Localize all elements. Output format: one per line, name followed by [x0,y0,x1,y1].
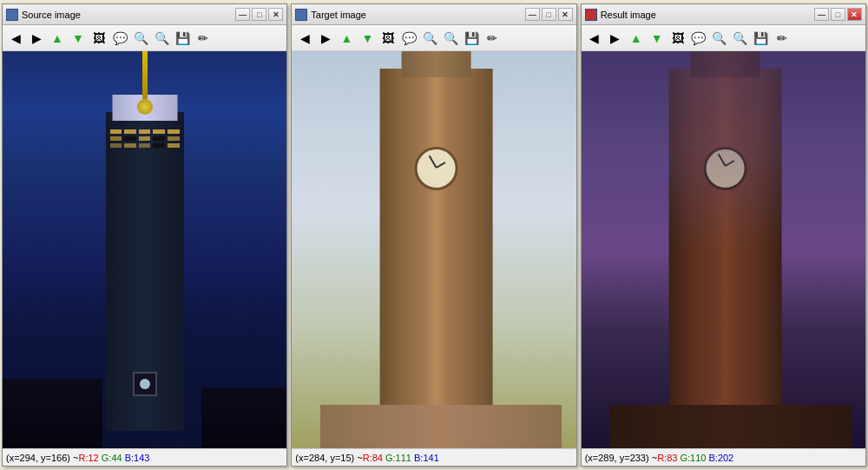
source-b-value: B:143 [125,453,150,463]
target-zoom-out-button[interactable]: 🔍 [441,29,460,48]
target-clock-hand2 [436,162,445,169]
source-win [110,143,122,148]
source-window-icon [6,9,18,21]
target-g-value: G:111 [385,453,411,463]
source-comment-button[interactable]: 💬 [110,29,129,48]
target-minimize-button[interactable]: — [525,8,540,21]
target-status-bar: (x=284, y=15) ~ R:84 G:111 B:141 [292,448,575,466]
result-zoom-in-button[interactable]: 🔍 [710,29,729,48]
source-image-area [3,51,286,448]
target-title-bar: Target image — □ ✕ [292,4,575,25]
source-win [153,136,165,141]
source-window: Source image — □ ✕ ◀ ▶ ▲ ▼ 🖼 💬 🔍 🔍 💾 ✏ [2,3,287,467]
target-close-button[interactable]: ✕ [558,8,573,21]
source-win [139,129,151,134]
result-close-button[interactable]: ✕ [847,8,862,21]
target-down-button[interactable]: ▼ [358,29,377,48]
source-image [3,51,286,448]
result-window-icon [585,9,597,21]
source-close-button[interactable]: ✕ [268,8,283,21]
result-r-value: R:83 [657,453,677,463]
target-back-button[interactable]: ◀ [295,29,314,48]
source-forward-button[interactable]: ▶ [27,29,46,48]
source-title-text: Source image [22,10,235,20]
source-zoom-in-button[interactable]: 🔍 [131,29,150,48]
result-back-button[interactable]: ◀ [585,29,604,48]
result-zoom-out-button[interactable]: 🔍 [731,29,750,48]
source-title-buttons: — □ ✕ [235,8,283,21]
source-clock-face [140,379,150,389]
result-comment-button[interactable]: 💬 [689,29,708,48]
source-win [110,129,122,134]
result-save-button[interactable]: 💾 [752,29,771,48]
result-image [582,51,865,448]
target-clock-face [415,147,458,190]
source-win [124,143,136,148]
target-maximize-button[interactable]: □ [542,8,556,21]
source-building [106,112,184,431]
source-up-button[interactable]: ▲ [48,29,67,48]
result-title-bar: Result image — □ ✕ [582,4,865,25]
source-coord: (x=294, y=166) ~ [6,453,78,463]
target-up-button[interactable]: ▲ [337,29,356,48]
result-clock-face [704,147,747,190]
target-title-buttons: — □ ✕ [525,8,573,21]
source-spire [142,51,148,99]
source-back-button[interactable]: ◀ [6,29,25,48]
source-pencil-button[interactable]: ✏ [194,29,213,48]
result-big-ben-tower [669,69,782,414]
source-maximize-button[interactable]: □ [252,8,266,21]
target-big-ben-tower [380,69,493,414]
target-image-button[interactable]: 🖼 [378,29,398,48]
source-win [153,143,165,148]
source-save-button[interactable]: 💾 [173,29,192,48]
target-zoom-in-button[interactable]: 🔍 [420,29,439,48]
source-tree-left [3,379,102,448]
source-down-button[interactable]: ▼ [69,29,88,48]
source-win [168,136,180,141]
result-g-value: G:110 [680,453,706,463]
target-window: Target image — □ ✕ ◀ ▶ ▲ ▼ 🖼 💬 🔍 🔍 💾 ✏ [291,3,576,467]
source-win [168,129,180,134]
result-tower-top [691,51,760,77]
result-base [609,405,851,448]
result-clock-hand2 [725,160,734,167]
source-tree-right [201,387,286,448]
source-image-button[interactable]: 🖼 [89,29,108,48]
target-toolbar: ◀ ▶ ▲ ▼ 🖼 💬 🔍 🔍 💾 ✏ [292,25,575,51]
target-r-value: R:84 [363,453,383,463]
result-up-button[interactable]: ▲ [627,29,646,48]
source-g-value: G:44 [102,453,122,463]
source-globe [137,99,153,115]
result-status-bar: (x=289, y=233) ~ R:83 G:110 B:202 [582,448,865,466]
source-win [124,136,136,141]
target-comment-button[interactable]: 💬 [399,29,418,48]
target-title-text: Target image [311,10,524,20]
result-forward-button[interactable]: ▶ [606,29,625,48]
result-minimize-button[interactable]: — [814,8,829,21]
result-coord: (x=289, y=233) ~ [585,453,657,463]
result-pencil-button[interactable]: ✏ [773,29,792,48]
target-coord: (x=284, y=15) ~ [295,453,362,463]
source-minimize-button[interactable]: — [235,8,250,21]
result-maximize-button[interactable]: □ [831,8,845,21]
target-forward-button[interactable]: ▶ [316,29,335,48]
target-pencil-button[interactable]: ✏ [483,29,502,48]
source-win [124,129,136,134]
source-windows-grid [110,129,180,148]
source-status-bar: (x=294, y=166) ~ R:12 G:44 B:143 [3,448,286,466]
target-image-area [292,51,575,448]
target-tower-top [402,51,471,77]
result-b-value: B:202 [708,453,733,463]
result-title-buttons: — □ ✕ [814,8,862,21]
result-toolbar: ◀ ▶ ▲ ▼ 🖼 💬 🔍 🔍 💾 ✏ [582,25,865,51]
source-win [139,136,151,141]
result-down-button[interactable]: ▼ [648,29,667,48]
source-win [153,129,165,134]
source-r-value: R:12 [78,453,98,463]
target-b-value: B:141 [414,453,439,463]
target-save-button[interactable]: 💾 [462,29,481,48]
source-zoom-out-button[interactable]: 🔍 [152,29,171,48]
result-image-button[interactable]: 🖼 [668,29,687,48]
target-image [292,51,575,448]
